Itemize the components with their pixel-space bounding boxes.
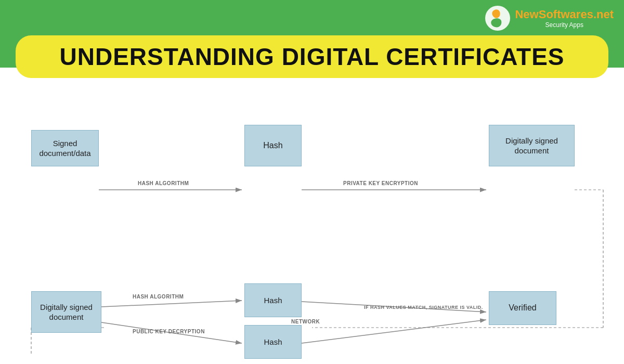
logo-text: NewSoftwares.net Security Apps — [515, 8, 614, 29]
logo-subtitle: Security Apps — [515, 21, 614, 29]
public-key-label: PUBLIC KEY DECRYPTION — [133, 329, 205, 334]
hash-algorithm1-label: HASH ALGORITHM — [138, 180, 189, 186]
private-key-label: PRIVATE KEY ENCRYPTION — [343, 180, 418, 186]
logo-name: NewSoftwares.net — [515, 8, 614, 21]
svg-line-13 — [302, 320, 486, 343]
logo-name-main: NewSoftwares — [515, 8, 593, 21]
svg-line-10 — [101, 301, 242, 307]
network-label: NETWORK — [291, 319, 320, 324]
hash-algorithm2-label: HASH ALGORITHM — [133, 294, 184, 300]
logo-icon — [485, 5, 511, 31]
title-banner: UNDERSTANDING DIGITAL CERTIFICATES — [16, 35, 608, 78]
signed-document-box: Signed document/data — [31, 130, 99, 166]
logo-area: NewSoftwares.net Security Apps — [485, 5, 614, 31]
digitally-signed2-box: Digitally signed document — [31, 291, 101, 333]
hash2-box: Hash — [244, 283, 302, 317]
diagram-area: Signed document/data Hash Digitally sign… — [0, 88, 624, 364]
digitally-signed-box: Digitally signed document — [489, 125, 575, 166]
hash1-box: Hash — [244, 125, 302, 166]
logo-name-suffix: .net — [593, 8, 614, 21]
if-hash-label: IF HASH VALUES MATCH, SIGNATURE IS VALID… — [364, 304, 426, 311]
hash3-box: Hash — [244, 325, 302, 359]
verified-box: Verified — [489, 291, 556, 325]
page-title: UNDERSTANDING DIGITAL CERTIFICATES — [59, 43, 564, 71]
